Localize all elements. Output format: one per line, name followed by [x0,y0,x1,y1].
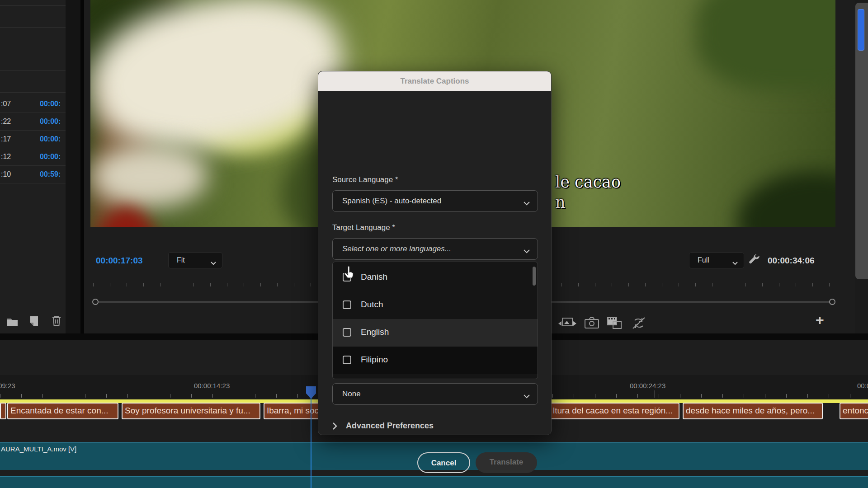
video-path [90,145,208,208]
burned-in-caption-line1: le cacao [555,173,621,191]
advanced-preferences-toggle[interactable]: Advanced Preferences [332,420,468,433]
export-frame-icon[interactable] [582,316,603,331]
ruler-tick-major [219,390,219,398]
target-language-placeholder: Select one or more languages... [342,244,451,253]
caption-list-row[interactable] [0,28,66,49]
language-option-dutch[interactable]: Dutch [333,291,538,319]
scrollbar-left-handle[interactable] [92,299,99,305]
ruler-timecode-label: 00:00:14:23 [194,382,230,389]
ruler-tick-major [655,390,655,398]
caption-clip[interactable]: Soy profesora universitaria y fu... [122,403,260,419]
source-language-label: Source Language * [332,175,398,184]
caption-clip[interactable]: Encantada de estar con... [7,403,118,419]
caption-list-row[interactable] [0,0,66,6]
language-option-filipino[interactable]: Filipino [333,347,538,374]
panel-divider[interactable] [80,0,84,333]
ruler-timecode-label: 00:0 [857,382,868,389]
caption-list-row[interactable]: :10 00:59: [0,166,66,183]
caption-in-timecode: :17 [1,135,11,143]
duration-timecode: 00:00:34:06 [768,256,815,266]
caption-out-timecode[interactable]: 00:00: [40,117,61,126]
multi-camera-view-icon[interactable] [605,316,626,331]
checkbox-icon[interactable] [343,356,351,364]
caption-list-row[interactable]: :12 00:00: [0,148,66,166]
caption-in-timecode: :22 [1,117,11,126]
translate-button[interactable]: Translate [476,452,537,473]
language-options-list: Danish Dutch English Filipino [332,262,538,379]
hand-cursor-icon [343,265,357,281]
caption-clip[interactable]: ltura del cacao en esta región... [550,403,679,419]
zoom-level-value: Fit [177,256,185,264]
audio-track-clip[interactable] [0,476,868,488]
current-timecode[interactable]: 00:00:17:03 [96,256,143,266]
chevron-right-icon [332,422,338,432]
vertical-scrollbar-thumb[interactable] [858,9,864,51]
caption-list-row[interactable] [0,71,66,93]
video-track-clip-label: AURA_MULTI_A.mov [V] [1,445,76,453]
caption-clip[interactable] [0,403,6,419]
scrollbar-right-handle[interactable] [829,299,835,305]
ruler-timecode-label: 00:00:24:23 [630,382,665,389]
chevron-down-icon [210,259,217,267]
language-option-english[interactable]: English [333,319,538,347]
language-option-label: Filipino [361,355,388,365]
source-language-select[interactable]: Spanish (ES) - auto-detected [332,190,538,212]
target-language-label: Target Language * [332,223,395,232]
secondary-select-value: None [342,389,361,399]
language-option-label: English [361,327,389,337]
secondary-select[interactable]: None [332,383,538,405]
global-fx-mute-icon[interactable] [629,316,650,331]
caption-in-timecode: :12 [1,153,11,161]
caption-clip[interactable]: entonc [840,403,868,419]
ruler-timecode-label: :09:23 [0,382,15,389]
caption-list-row[interactable]: :17 00:00: [0,131,66,148]
caption-in-timecode: :07 [1,100,11,108]
caption-list-row[interactable] [0,6,66,28]
list-scrollbar-thumb[interactable] [533,267,536,286]
playback-resolution-select[interactable]: Full [689,252,744,268]
trash-icon[interactable] [51,315,63,328]
new-item-icon[interactable] [28,315,41,329]
chevron-down-icon [523,199,530,207]
target-language-select[interactable]: Select one or more languages... [332,238,538,260]
checkbox-icon[interactable] [343,300,351,309]
caption-out-timecode[interactable]: 00:00: [40,135,61,143]
panel-gutter [66,0,80,333]
caption-clip[interactable]: desde hace miles de años, pero... [683,403,823,419]
chevron-down-icon [732,259,738,267]
language-option-danish[interactable]: Danish [333,264,538,291]
cancel-button[interactable]: Cancel [417,452,470,473]
advanced-preferences-label: Advanced Preferences [346,421,434,431]
caption-out-timecode[interactable]: 00:59: [40,170,61,178]
caption-list-row[interactable]: :22 00:00: [0,113,66,131]
captions-list-panel: :07 00:00: :22 00:00: :17 00:00: :12 00:… [0,0,66,333]
caption-out-timecode[interactable]: 00:00: [40,153,61,161]
zoom-level-select[interactable]: Fit [168,252,222,268]
burned-in-caption-line2: n [555,193,566,211]
settings-wrench-icon[interactable] [748,254,760,267]
right-panel-strip [855,3,868,279]
language-option-label: Dutch [361,300,383,310]
premiere-pro-screen: :07 00:00: :22 00:00: :17 00:00: :12 00:… [0,0,868,488]
caption-out-timecode[interactable]: 00:00: [40,100,61,108]
translate-captions-dialog: Translate Captions Source Language * Spa… [318,71,552,435]
caption-in-timecode: :10 [1,170,11,178]
language-option-label: Danish [361,272,387,282]
caption-list-row[interactable] [0,49,66,71]
chevron-down-icon [523,247,530,255]
folder-icon[interactable] [6,316,19,330]
source-language-value: Spanish (ES) - auto-detected [342,197,441,206]
playhead-line[interactable] [311,398,311,488]
playback-resolution-value: Full [698,256,709,264]
checkbox-icon[interactable] [343,328,351,337]
caption-list-row[interactable]: :07 00:00: [0,95,66,113]
button-editor-plus-icon[interactable]: + [816,312,824,328]
chevron-down-icon [523,392,530,400]
comparison-view-icon[interactable] [558,316,579,331]
dialog-title[interactable]: Translate Captions [318,71,551,91]
